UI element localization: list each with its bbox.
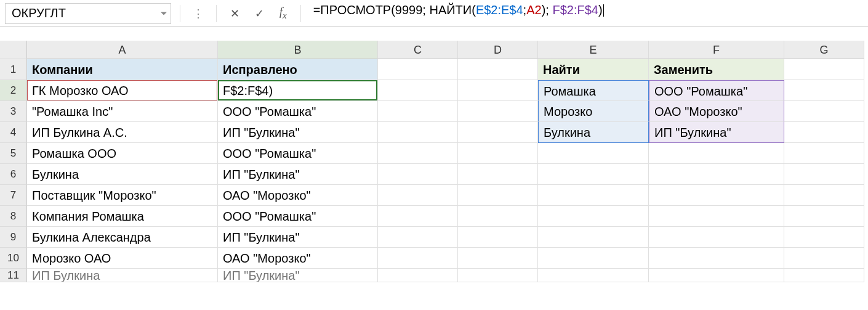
cell-D2[interactable] xyxy=(458,80,538,101)
row-header[interactable]: 4 xyxy=(0,122,27,143)
cell-F9[interactable] xyxy=(649,227,784,248)
cell-G8[interactable] xyxy=(784,206,864,227)
row-header[interactable]: 5 xyxy=(0,143,27,164)
cell-A6[interactable]: Булкина xyxy=(27,164,218,185)
cell-D1[interactable] xyxy=(458,59,538,80)
cell-D3[interactable] xyxy=(458,101,538,122)
row-header[interactable]: 2 xyxy=(0,80,27,101)
cell-C6[interactable] xyxy=(378,164,458,185)
cell-B8[interactable]: ООО "Ромашка" xyxy=(218,206,378,227)
cell-B2-active[interactable]: F$2:F$4) xyxy=(218,80,378,101)
cell-C11[interactable] xyxy=(378,269,458,282)
cell-D5[interactable] xyxy=(458,143,538,164)
cell-D4[interactable] xyxy=(458,122,538,143)
cell-F7[interactable] xyxy=(649,185,784,206)
col-header[interactable]: A xyxy=(27,41,218,59)
cell-G5[interactable] xyxy=(784,143,864,164)
cell-G6[interactable] xyxy=(784,164,864,185)
cell-C10[interactable] xyxy=(378,248,458,269)
cell-B5[interactable]: ООО "Ромашка" xyxy=(218,143,378,164)
cell-A11[interactable]: ИП Булкина xyxy=(27,269,218,282)
cell-E9[interactable] xyxy=(538,227,649,248)
row-header[interactable]: 8 xyxy=(0,206,27,227)
cell-B6[interactable]: ИП "Булкина" xyxy=(218,164,378,185)
chevron-down-icon[interactable] xyxy=(161,12,167,15)
cell-F5[interactable] xyxy=(649,143,784,164)
cell-C9[interactable] xyxy=(378,227,458,248)
cell-E2[interactable]: Ромашка xyxy=(538,80,649,101)
col-header[interactable]: C xyxy=(378,41,458,59)
cell-B9[interactable]: ИП "Булкина" xyxy=(218,227,378,248)
cell-G3[interactable] xyxy=(784,101,864,122)
cell-C8[interactable] xyxy=(378,206,458,227)
cell-C5[interactable] xyxy=(378,143,458,164)
cell-E5[interactable] xyxy=(538,143,649,164)
cell-A5[interactable]: Ромашка ООО xyxy=(27,143,218,164)
cell-D6[interactable] xyxy=(458,164,538,185)
cell-A8[interactable]: Компания Ромашка xyxy=(27,206,218,227)
cell-D9[interactable] xyxy=(458,227,538,248)
cell-B4[interactable]: ИП "Булкина" xyxy=(218,122,378,143)
enter-icon[interactable]: ✓ xyxy=(250,7,268,20)
row-header[interactable]: 10 xyxy=(0,248,27,269)
cell-E10[interactable] xyxy=(538,248,649,269)
cell-F4[interactable]: ИП "Булкина" xyxy=(649,122,784,143)
cell-G4[interactable] xyxy=(784,122,864,143)
cell-D8[interactable] xyxy=(458,206,538,227)
cell-F1[interactable]: Заменить xyxy=(649,59,784,80)
cell-C4[interactable] xyxy=(378,122,458,143)
fx-icon[interactable]: fx xyxy=(275,6,292,21)
cell-E4[interactable]: Булкина xyxy=(538,122,649,143)
col-header[interactable]: E xyxy=(538,41,649,59)
row-header[interactable]: 1 xyxy=(0,59,27,80)
cell-C2[interactable] xyxy=(378,80,458,101)
cell-F11[interactable] xyxy=(649,269,784,282)
cell-C3[interactable] xyxy=(378,101,458,122)
col-header[interactable]: B xyxy=(218,41,378,59)
cell-E11[interactable] xyxy=(538,269,649,282)
row-header[interactable]: 3 xyxy=(0,101,27,122)
col-header[interactable]: G xyxy=(784,41,864,59)
cancel-icon[interactable]: ✕ xyxy=(225,7,244,20)
cell-E8[interactable] xyxy=(538,206,649,227)
cell-G1[interactable] xyxy=(784,59,864,80)
row-header[interactable]: 7 xyxy=(0,185,27,206)
cell-C7[interactable] xyxy=(378,185,458,206)
cell-D11[interactable] xyxy=(458,269,538,282)
cell-A1[interactable]: Компании xyxy=(27,59,218,80)
formula-input[interactable]: =ПРОСМОТР(9999; НАЙТИ(E$2:E$4;A2); F$2:F… xyxy=(310,3,863,24)
cell-F10[interactable] xyxy=(649,248,784,269)
name-box[interactable]: ОКРУГЛТ xyxy=(5,3,171,24)
cell-E1[interactable]: Найти xyxy=(538,59,649,80)
cell-E7[interactable] xyxy=(538,185,649,206)
cell-A3[interactable]: "Ромашка Inc" xyxy=(27,101,218,122)
cell-E3[interactable]: Морозко xyxy=(538,101,649,122)
col-header[interactable]: F xyxy=(649,41,784,59)
cell-G11[interactable] xyxy=(784,269,864,282)
cell-E6[interactable] xyxy=(538,164,649,185)
cell-A4[interactable]: ИП Булкина А.С. xyxy=(27,122,218,143)
cell-C1[interactable] xyxy=(378,59,458,80)
row-header[interactable]: 11 xyxy=(0,269,27,282)
cell-B11[interactable]: ИП "Булкина" xyxy=(218,269,378,282)
dots-icon[interactable]: ⋮ xyxy=(189,7,207,20)
cell-B1[interactable]: Исправлено xyxy=(218,59,378,80)
cell-A10[interactable]: Морозко ОАО xyxy=(27,248,218,269)
cell-G9[interactable] xyxy=(784,227,864,248)
cell-A2[interactable]: ГК Морозко ОАО xyxy=(27,80,218,101)
cell-B10[interactable]: ОАО "Морозко" xyxy=(218,248,378,269)
cell-D10[interactable] xyxy=(458,248,538,269)
row-header[interactable]: 9 xyxy=(0,227,27,248)
select-all-corner[interactable] xyxy=(0,41,27,59)
cell-G7[interactable] xyxy=(784,185,864,206)
cell-A9[interactable]: Булкина Александра xyxy=(27,227,218,248)
cell-F8[interactable] xyxy=(649,206,784,227)
cell-A7[interactable]: Поставщик "Морозко" xyxy=(27,185,218,206)
cell-G2[interactable] xyxy=(784,80,864,101)
cell-D7[interactable] xyxy=(458,185,538,206)
row-header[interactable]: 6 xyxy=(0,164,27,185)
cell-B7[interactable]: ОАО "Морозко" xyxy=(218,185,378,206)
col-header[interactable]: D xyxy=(458,41,538,59)
cell-F2[interactable]: ООО "Ромашка" xyxy=(649,80,784,101)
cell-F6[interactable] xyxy=(649,164,784,185)
